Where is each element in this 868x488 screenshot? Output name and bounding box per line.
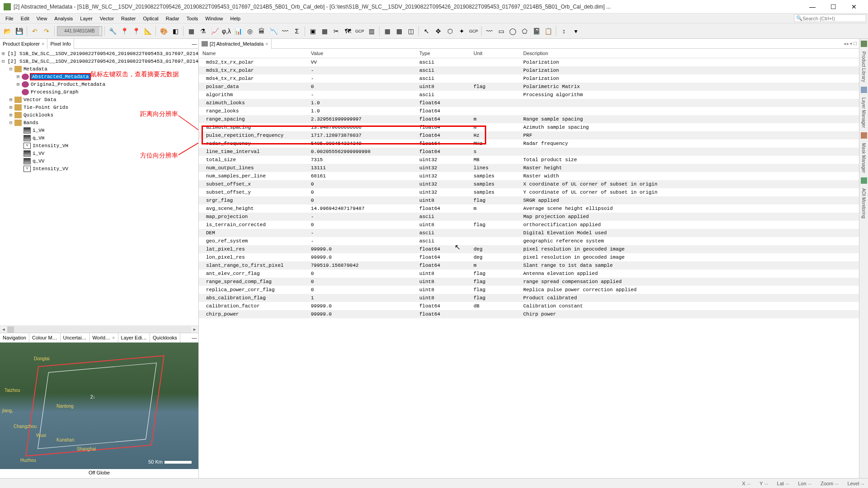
tree-hscroll[interactable]: ◂ ▸ xyxy=(0,325,198,333)
tool-icon[interactable]: ↕ xyxy=(558,26,569,37)
tool-icon[interactable]: 📐 xyxy=(142,26,153,37)
dropdown-icon[interactable]: ▾ xyxy=(570,26,581,37)
tab-worldview[interactable]: World…× xyxy=(90,333,118,343)
table-row[interactable]: calibration_factor99999.0float64dBCalibr… xyxy=(199,302,859,310)
col-name[interactable]: Name xyxy=(199,49,307,58)
save-icon[interactable]: 💾 xyxy=(14,26,24,37)
tool-icon[interactable]: 🏛 xyxy=(256,26,267,37)
menu-optical[interactable]: Optical xyxy=(139,14,162,23)
tool-icon[interactable]: ✦ xyxy=(456,26,467,37)
tool-icon[interactable]: 📍 xyxy=(131,26,141,37)
table-row[interactable]: pulse_repetition_frequency1717.128973878… xyxy=(199,131,859,139)
table-row[interactable]: line_time_interval0.002055562999999998fl… xyxy=(199,148,859,156)
tree-band[interactable]: q_VH xyxy=(32,135,45,141)
tool-icon[interactable]: ▩ xyxy=(394,26,404,37)
table-row[interactable]: is_terrain_corrected0uint8flagorthorecti… xyxy=(199,221,859,229)
tool-icon[interactable]: ▣ xyxy=(307,26,318,37)
table-row[interactable]: num_output_lines13111uint32linesRaster h… xyxy=(199,164,859,172)
vtab-mask-manager[interactable]: Mask Manager xyxy=(860,141,867,175)
table-row[interactable]: range_spread_comp_flag0uint8flagrange sp… xyxy=(199,278,859,286)
tool-icon[interactable]: ⬠ xyxy=(519,26,530,37)
metadata-table[interactable]: Name Value Type Unit Description mds2_tx… xyxy=(199,49,859,478)
tab-quicklooks[interactable]: Quicklooks xyxy=(150,333,180,343)
search-input[interactable] xyxy=(802,16,865,21)
menu-layer[interactable]: Layer xyxy=(76,14,96,23)
menu-help[interactable]: Help xyxy=(226,14,244,23)
close-icon[interactable]: × xyxy=(42,41,44,46)
histogram-icon[interactable]: 📊 xyxy=(233,26,244,37)
close-icon[interactable]: × xyxy=(112,335,115,340)
tree-vector-data[interactable]: Vector Data xyxy=(23,97,57,102)
tree-quicklooks[interactable]: Quicklooks xyxy=(23,112,54,118)
tab-dropdown-icon[interactable]: ▾ xyxy=(850,41,852,46)
tree-band[interactable]: i_VH xyxy=(32,128,45,133)
col-type[interactable]: Type xyxy=(416,49,470,58)
table-row[interactable]: azimuth_spacing13.94870666666666float64m… xyxy=(199,123,859,131)
scroll-left-icon[interactable]: ◂ xyxy=(0,326,7,332)
chart-icon[interactable]: 📈 xyxy=(209,26,220,37)
table-row[interactable]: ant_elev_corr_flag0uint8flagAntenna elev… xyxy=(199,270,859,278)
tool-icon[interactable]: 📓 xyxy=(531,26,542,37)
tab-colour[interactable]: Colour M… xyxy=(29,333,61,343)
layer-icon[interactable]: ▦ xyxy=(186,26,197,37)
tree-band[interactable]: i_VV xyxy=(32,151,45,156)
tool-icon[interactable]: ◧ xyxy=(170,26,181,37)
sidebar-icon[interactable] xyxy=(861,177,867,184)
col-unit[interactable]: Unit xyxy=(470,49,520,58)
table-row[interactable]: srgr_flag0uint8flagSRGR applied xyxy=(199,196,859,204)
tree-band[interactable]: Intensity_VH xyxy=(32,143,69,149)
tool-icon[interactable]: ▦ xyxy=(319,26,330,37)
minimize-panel-icon[interactable]: — xyxy=(190,335,198,340)
table-row[interactable]: mds3_tx_rx_polar-asciiPolarization xyxy=(199,66,859,74)
table-row[interactable]: slant_range_to_first_pixel799519.1568700… xyxy=(199,261,859,270)
tool-icon[interactable]: 📍 xyxy=(119,26,130,37)
maximize-button[interactable]: ☐ xyxy=(823,0,844,14)
col-value[interactable]: Value xyxy=(307,49,416,58)
col-description[interactable]: Description xyxy=(520,49,859,58)
table-row[interactable]: replica_power_corr_flag0uint8flagReplica… xyxy=(199,286,859,294)
tab-abstracted-metadata[interactable]: [2] Abstracted_Metadata × xyxy=(199,39,272,49)
tab-product-explorer[interactable]: Product Explorer × xyxy=(0,39,47,49)
table-row[interactable]: range_looks1.0float64 xyxy=(199,107,859,115)
tool-icon[interactable]: ✂ xyxy=(331,26,342,37)
table-row[interactable]: avg_scene_height14.996942487179487float6… xyxy=(199,204,859,213)
menu-file[interactable]: File xyxy=(2,14,17,23)
tool-icon[interactable]: 〰 xyxy=(484,26,495,37)
gcp-icon[interactable]: GCP xyxy=(468,26,479,37)
product-tree[interactable]: ⊞[1] S1B_IW_SLC__1SDV_20190822T095426_20… xyxy=(0,49,198,325)
palette-icon[interactable]: 🎨 xyxy=(158,26,169,37)
tree-metadata[interactable]: Metadata xyxy=(23,66,48,72)
scroll-right-icon[interactable]: ▸ xyxy=(191,326,198,332)
table-row[interactable]: mds2_tx_rx_polarVVasciiPolarization xyxy=(199,58,859,67)
tree-abstracted-metadata[interactable]: Abstracted_Metadata xyxy=(30,73,91,80)
table-row[interactable]: total_size7315uint32MBTotal product size xyxy=(199,156,859,164)
sidebar-icon[interactable] xyxy=(861,87,867,93)
table-row[interactable]: subset_offset_x0uint32samplesX coordinat… xyxy=(199,180,859,188)
table-row[interactable]: lon_pixel_res99999.0float64degpixel reso… xyxy=(199,253,859,261)
gcp-icon[interactable]: GCP xyxy=(354,26,365,37)
table-row[interactable]: algorithm-asciiProcessing algorithm xyxy=(199,91,859,99)
tool-icon[interactable]: ▭ xyxy=(496,26,507,37)
menu-tools[interactable]: Tools xyxy=(183,14,202,23)
menu-analysis[interactable]: Analysis xyxy=(51,14,76,23)
tab-next-icon[interactable]: ▸ xyxy=(847,41,849,46)
tab-navigation[interactable]: Navigation xyxy=(0,333,29,343)
tree-band[interactable]: q_VV xyxy=(32,158,45,164)
table-row[interactable]: geo_ref_system-asciigeographic reference… xyxy=(199,237,859,245)
tab-pixel-info[interactable]: Pixel Info xyxy=(47,39,74,49)
table-row[interactable]: chirp_power99999.0float64Chirp power xyxy=(199,310,859,318)
tree-tiepoint-grids[interactable]: Tie-Point Grids xyxy=(23,105,69,110)
vtab-aoi-monitoring[interactable]: AOI Monitoring xyxy=(860,186,867,220)
tool-icon[interactable]: 〰 xyxy=(280,26,291,37)
tab-layer-editor[interactable]: Layer Edi… xyxy=(118,333,150,343)
tree-band[interactable]: Intensity_VV xyxy=(32,166,69,172)
close-icon[interactable]: × xyxy=(265,41,268,46)
tree-product-1[interactable]: [1] S1B_IW_SLC__1SDV_20190822T095426_201… xyxy=(7,51,198,56)
table-row[interactable]: lat_pixel_res99999.0float64degpixel reso… xyxy=(199,245,859,253)
tool-icon[interactable]: ◯ xyxy=(507,26,518,37)
table-row[interactable]: radar_frequency5405.000454334349float64M… xyxy=(199,139,859,148)
target-icon[interactable]: ◎ xyxy=(244,26,255,37)
table-row[interactable]: DEM-asciiDigital Elevation Model used xyxy=(199,229,859,237)
tool-icon[interactable]: 📉 xyxy=(268,26,279,37)
tree-original-metadata[interactable]: Original_Product_Metadata xyxy=(30,82,106,87)
